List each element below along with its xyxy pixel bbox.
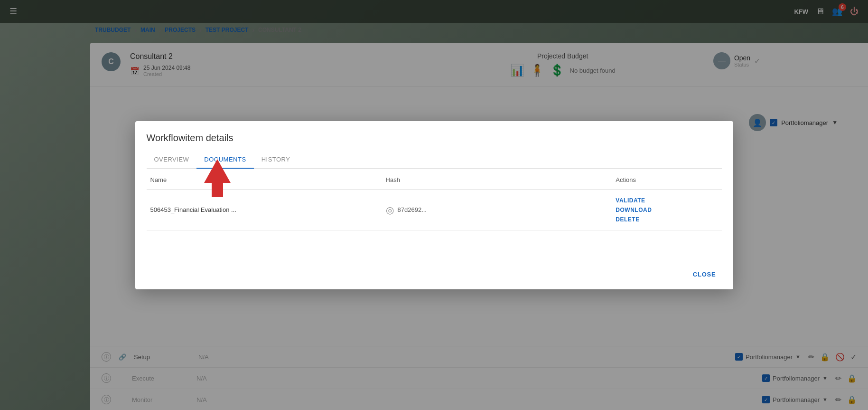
- modal-overlay: Workflowitem details OVERVIEW DOCUMENTS …: [0, 0, 868, 410]
- tab-history[interactable]: HISTORY: [254, 151, 298, 169]
- tab-overview[interactable]: OVERVIEW: [147, 151, 197, 169]
- document-row: 506453_Financial Evaluation ... ◎ 87d269…: [147, 189, 722, 230]
- doc-name: 506453_Financial Evaluation ...: [147, 189, 382, 230]
- doc-action-buttons: VALIDATE DOWNLOAD DELETE: [616, 197, 718, 223]
- dialog-footer: CLOSE: [135, 259, 733, 289]
- dialog-title: Workflowitem details: [147, 133, 722, 143]
- doc-actions-cell: VALIDATE DOWNLOAD DELETE: [612, 189, 721, 230]
- col-header-hash: Hash: [382, 169, 612, 190]
- fingerprint-icon: ◎: [386, 204, 394, 216]
- download-button[interactable]: DOWNLOAD: [616, 207, 718, 213]
- close-button[interactable]: CLOSE: [687, 267, 722, 282]
- validate-button[interactable]: VALIDATE: [616, 197, 718, 204]
- hash-display: ◎ 87d2692...: [386, 204, 608, 216]
- doc-hash-cell: ◎ 87d2692...: [382, 189, 612, 230]
- col-header-name: Name: [147, 169, 382, 190]
- upload-arrow-container: [204, 159, 231, 197]
- delete-button[interactable]: DELETE: [616, 216, 718, 223]
- upload-arrow-head: [204, 159, 231, 183]
- documents-table: Name Hash Actions 506453_Financial Evalu…: [147, 169, 722, 231]
- col-header-actions: Actions: [612, 169, 721, 190]
- dialog-tabs: OVERVIEW DOCUMENTS HISTORY: [147, 151, 722, 169]
- dialog-spacer: [135, 231, 733, 259]
- upload-arrow-stem: [212, 183, 223, 197]
- hash-value: 87d2692...: [398, 206, 427, 213]
- workflowitem-details-dialog: Workflowitem details OVERVIEW DOCUMENTS …: [135, 121, 733, 289]
